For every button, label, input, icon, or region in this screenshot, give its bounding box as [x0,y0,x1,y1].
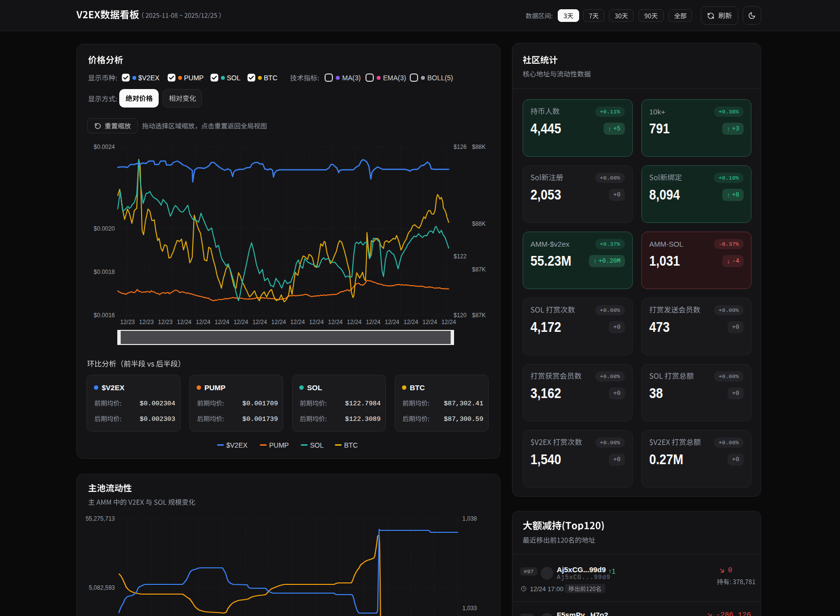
svg-text:$0.0020: $0.0020 [94,225,115,232]
svg-text:12/24: 12/24 [309,319,324,326]
svg-text:12/24: 12/24 [290,319,305,326]
svg-text:55,275,713: 55,275,713 [86,515,115,522]
svg-text:$0.0018: $0.0018 [94,269,115,275]
svg-text:12/24: 12/24 [441,319,456,326]
svg-text:12/23: 12/23 [158,319,173,326]
svg-text:12/24: 12/24 [366,319,381,326]
svg-text:$87K: $87K [472,266,486,273]
svg-text:$120: $120 [454,312,467,319]
svg-text:1,033: 1,033 [462,605,477,612]
svg-text:$0.0024: $0.0024 [94,144,115,150]
svg-text:12/24: 12/24 [215,319,229,326]
svg-text:$0.0016: $0.0016 [94,312,115,319]
svg-text:12/24: 12/24 [403,319,418,326]
svg-text:$126: $126 [454,144,467,150]
svg-text:12/23: 12/23 [120,319,135,326]
svg-text:$88K: $88K [472,220,486,227]
svg-text:$122: $122 [454,253,467,260]
svg-text:$87K: $87K [472,312,486,319]
svg-text:12/24: 12/24 [253,319,267,326]
svg-text:12/24: 12/24 [272,319,286,326]
svg-text:12/24: 12/24 [328,319,343,326]
svg-text:12/23: 12/23 [139,319,154,326]
svg-text:$88K: $88K [472,144,486,150]
svg-text:12/24: 12/24 [422,319,437,326]
svg-text:12/24: 12/24 [177,319,191,326]
svg-text:12/24: 12/24 [196,319,210,326]
svg-text:12/24: 12/24 [234,319,248,326]
svg-text:5,082,593: 5,082,593 [89,584,115,591]
svg-text:1,038: 1,038 [462,515,477,522]
svg-text:12/24: 12/24 [384,319,399,326]
svg-text:12/24: 12/24 [347,319,362,326]
